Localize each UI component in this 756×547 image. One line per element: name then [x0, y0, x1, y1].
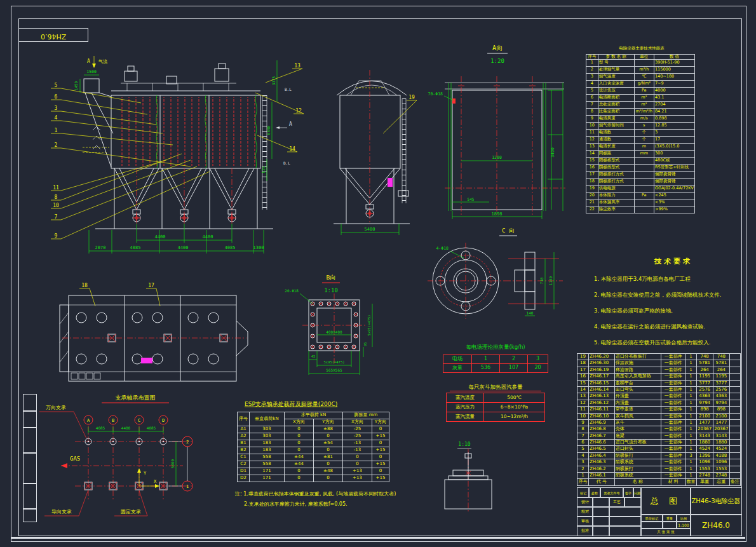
bom-row: 9 ZH46.9 灰斗 一套部件 1 1477 1477 [577, 419, 741, 426]
perf-row: 6 电场断面积 m² 43.1 [586, 94, 695, 101]
c-view-bolt-leader: 4-Φ18 [436, 246, 449, 251]
bom-row: 1 ZH46.1 阳极系统 一套部件 1 2748 2748 [577, 473, 741, 479]
guide-support-label: 导向支承 [51, 509, 72, 515]
bom-row: 2 ZH46.2 阳极振打 一套部件 1 1553 1553 [577, 466, 741, 472]
bom-row: 6 ZH46.6 进口气流分布板 一套部件 1 1880 1880 [577, 440, 741, 446]
b-view-dim-bottom: 5x95(=475) [323, 360, 344, 364]
perf-row: 12 通道数 个 17 [586, 136, 695, 143]
part-num: 10 [53, 203, 59, 208]
col-bubble: D [162, 418, 165, 423]
col-bubble: A [87, 418, 90, 423]
bom-table: 19 ZH46.20 进口分布板振打 一套部件 1 748 748 18 ZH4… [577, 353, 741, 486]
a-view-dim-bottom: 1898 [492, 212, 503, 217]
esp-col-vert: 垂直载荷kN [250, 412, 285, 426]
axis-y-label: Y [144, 471, 147, 476]
esp-load-table: 序号 垂直载荷kN 水平载荷 kN 膨胀量 mm X方向 Y方向 X方向 Y方向… [237, 412, 389, 482]
section-a-marker: A [289, 121, 292, 127]
c-view-title: C 向 [502, 227, 515, 234]
esp-table-note-2: 2.支承处的水平摩擦力未计, 摩擦系数f=0.05. [244, 501, 348, 508]
perf-row: 14 同极距 mm 300 [586, 150, 695, 157]
bom-row: 12 ZH46.12 内顶盖 一套部件 1 9794 9794 [577, 400, 741, 406]
bom-row: 15 ZH46.15 走梯平台 一套部件 1 3777 3777 [577, 380, 741, 386]
esp-col-horiz: 水平载荷 kN [285, 412, 343, 419]
magenta-insulator [388, 178, 393, 187]
bom-row: 3 ZH46.3 阴极系统 一套部件 1 1096 1096 [577, 459, 741, 466]
part-num: 4 [55, 115, 58, 121]
tech-req-item: 1. 本除尘器用于3.4万电源自备电厂工程 [594, 271, 753, 287]
perf-row: 13 电场长度 m (3X5.0)15.0 [586, 143, 695, 150]
part-num: 3 [55, 105, 58, 111]
universal-support-label: 万向支承 [46, 405, 66, 410]
perf-header: 单位 [634, 55, 654, 60]
b-view-dim-95: 95 [363, 342, 367, 347]
perf-row: 11 电场数 个 3 [586, 129, 695, 136]
part-num: 5 [55, 83, 58, 88]
bom-row: 5 ZH46.5 进口封头 一套部件 1 4524 4524 [577, 446, 741, 452]
part-num: 17 [148, 283, 154, 288]
perf-row: 18 阴极振打方式 侧部挠臂锤 [586, 178, 695, 185]
esp-row: C1558±44 ±8100 [238, 454, 389, 461]
esp-row: D21710 0+13+15 [238, 475, 389, 482]
dim-right-2: 6440 [266, 125, 271, 135]
steam-row: 蒸汽温度 500℃ [447, 393, 545, 403]
c-view-dim-a: 718 [539, 277, 544, 284]
side-elevation-view: 5400 19 [334, 70, 417, 235]
dim-right-3: 525 [261, 166, 266, 173]
bom-row: 7 ZH46.7 底梁 一套部件 1 3143 3143 [577, 433, 741, 439]
b-view-dim-outer: 565X565 [326, 368, 342, 372]
perf-row: 19 供电电源 GGAJ02-0.4A/72KV [586, 185, 695, 192]
tb-product-name: ZH46-3电除尘器 [690, 487, 742, 515]
dim-row-span: 5400 [170, 459, 175, 468]
dim-bottom-5: 1300 [253, 245, 264, 250]
b-view-bolt-leader: 20-Φ18 [285, 288, 299, 293]
dim-side-width: 5400 [365, 227, 375, 232]
steam-row: 蒸汽流量 10~12m³/h [447, 412, 545, 422]
gas-label: GAS [70, 456, 80, 462]
b-view-dim-right: 5x95(=475) [367, 314, 371, 335]
dim-bottom-4: 4085 [225, 245, 236, 250]
boundary-line-mark: B.L [285, 87, 292, 91]
tb-blank [592, 525, 610, 536]
perf-row: 7 总收尘面积 m² 2704 [586, 101, 695, 108]
steam-table: 蒸汽温度 500℃ 蒸汽压力 6~8×10⁵Pa 蒸汽流量 10~12m³/h [446, 393, 545, 422]
part-num: 13 [294, 63, 300, 69]
esp-row: B11830 ±54-130 [238, 440, 389, 447]
perf-header: 数 值 [654, 55, 694, 60]
part-leaders-right: 13 12 14 [255, 63, 304, 152]
ash-table-title: 每电场理论排灰量(kg/h) [438, 344, 553, 351]
tech-req-item: 5. 电除尘器必须在空载升压试验合格后方能投入. [594, 335, 753, 351]
part-num: 11 [53, 185, 59, 191]
perf-row: 16 阴极线型式 RS管形芯+针刺线 [586, 164, 695, 171]
dim-bottom-2: 4085 [130, 245, 141, 250]
flow-label: 气流 [98, 59, 107, 64]
part-num: 7 [55, 214, 58, 220]
esp-row: A13030 ±88-250 [238, 426, 389, 433]
part-num: 9 [55, 233, 58, 239]
tech-req-item: 2. 电除尘器在安装使用之前，必须阅读随机技术文件. [594, 287, 753, 303]
a-view-scale: 1:20 [490, 58, 504, 64]
part-num: 19 [408, 95, 415, 100]
foundation-detail-view: 1:10 [445, 442, 492, 513]
perf-row: 1 型 号 390H-51-90 [586, 59, 695, 66]
tech-req-item: 4. 电除尘器在运行之前必须进行漏风检查试验. [594, 319, 753, 335]
cad-drawing-canvas: ZH46.0 [0, 0, 756, 547]
performance-table-title: 电除尘器主要技术性能表 [591, 46, 692, 51]
b-view-dim-45: 45 [311, 355, 316, 358]
part-num: 8 [55, 194, 58, 200]
tb-approve: 批准 [577, 525, 593, 536]
dim-hopper-pitch-1: 4400 [155, 234, 166, 240]
bom-row: 18 ZH46.30 保温设施 一套部件 1 5781 5781 [577, 360, 741, 367]
dim-inlet-height: 1450 [74, 81, 78, 90]
a-view-dim-left: 545 [468, 197, 475, 201]
dim-inlet-width: 1500 [86, 69, 97, 74]
esp-col-expand: 膨胀量 mm [343, 412, 389, 419]
bom-row: 10 ZH46.10 灰斗挡风 一套部件 1 2100 2100 [577, 413, 741, 419]
steam-row: 蒸汽压力 6~8×10⁵Pa [447, 403, 545, 412]
dim-bottom-3: 4400 [178, 245, 189, 250]
bom-row: 17 ZH46.19 稀油管路 一套部件 1 264 264 [577, 367, 741, 373]
bom-row: 14 ZH46.14 出口弯头 一套部件 1 2576 2576 [577, 386, 741, 393]
esp-col-y: Y方向 [372, 419, 389, 426]
part-num: 6 [55, 94, 58, 100]
ash-row: 灰量 536 107 20 [443, 364, 548, 373]
dim-bottom-1: 2070 [95, 245, 106, 250]
